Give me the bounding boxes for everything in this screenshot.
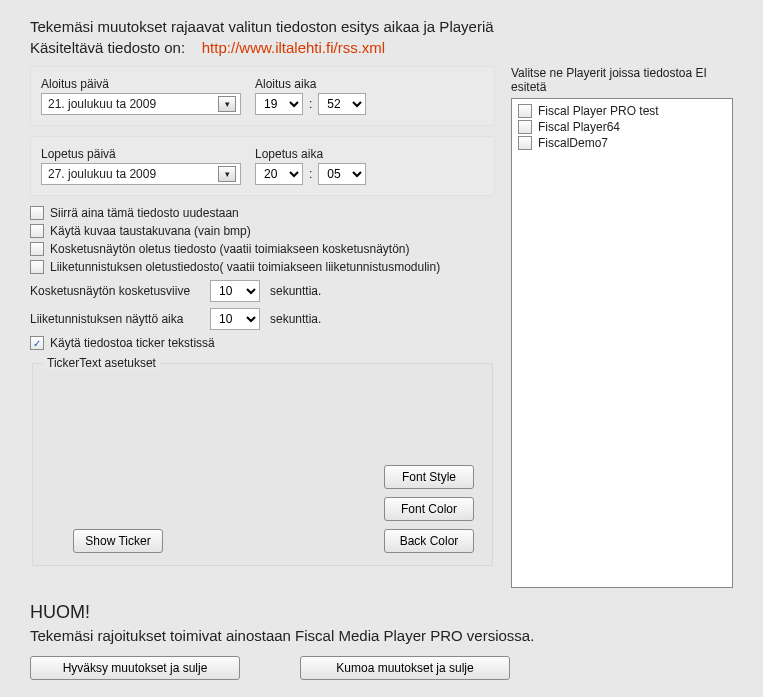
- end-date-value: 27. joulukuu ta 2009: [48, 167, 156, 181]
- end-group: Lopetus päivä 27. joulukuu ta 2009 ▾ Lop…: [30, 136, 495, 196]
- huom-note: Tekemäsi rajoitukset toimivat ainostaan …: [30, 627, 733, 644]
- accept-close-button[interactable]: Hyväksy muutokset ja sulje: [30, 656, 240, 680]
- file-url: http://www.iltalehti.fi/rss.xml: [202, 39, 385, 56]
- check-use-ticker[interactable]: [30, 336, 44, 350]
- time-separator: :: [309, 97, 312, 111]
- list-item[interactable]: FiscalDemo7: [518, 135, 726, 151]
- player-name: Fiscal Player64: [538, 120, 620, 134]
- start-hour-select[interactable]: 19: [255, 93, 303, 115]
- players-listbox[interactable]: Fiscal Player PRO test Fiscal Player64 F…: [511, 98, 733, 588]
- end-minute-select[interactable]: 05: [318, 163, 366, 185]
- player-name: Fiscal Player PRO test: [538, 104, 659, 118]
- touch-delay-label: Kosketusnäytön kosketusviive: [30, 284, 200, 298]
- check-use-ticker-label: Käytä tiedostoa ticker tekstissä: [50, 336, 215, 350]
- check-resend-label: Siirrä aina tämä tiedosto uudestaan: [50, 206, 239, 220]
- show-ticker-button[interactable]: Show Ticker: [73, 529, 163, 553]
- calendar-dropdown-icon[interactable]: ▾: [218, 96, 236, 112]
- font-color-button[interactable]: Font Color: [384, 497, 474, 521]
- check-motion-default[interactable]: [30, 260, 44, 274]
- start-group: Aloitus päivä 21. joulukuu ta 2009 ▾ Alo…: [30, 66, 495, 126]
- end-time-label: Lopetus aika: [255, 147, 366, 161]
- player-name: FiscalDemo7: [538, 136, 608, 150]
- motion-show-unit: sekunttia.: [270, 312, 321, 326]
- start-time-label: Aloitus aika: [255, 77, 366, 91]
- player-check[interactable]: [518, 104, 532, 118]
- end-hour-select[interactable]: 20: [255, 163, 303, 185]
- time-separator: :: [309, 167, 312, 181]
- intro-text-2: Käsiteltävä tiedosto on: http://www.ilta…: [30, 39, 733, 56]
- touch-delay-unit: sekunttia.: [270, 284, 321, 298]
- motion-show-label: Liiketunnistuksen näyttö aika: [30, 312, 200, 326]
- huom-heading: HUOM!: [30, 602, 733, 623]
- list-item[interactable]: Fiscal Player64: [518, 119, 726, 135]
- check-touch-default-label: Kosketusnäytön oletus tiedosto (vaatii t…: [50, 242, 410, 256]
- end-date-picker[interactable]: 27. joulukuu ta 2009 ▾: [41, 163, 241, 185]
- ticker-group: TickerText asetukset Show Ticker Font St…: [32, 356, 493, 566]
- check-motion-default-label: Liiketunnistuksen oletustiedosto( vaatii…: [50, 260, 440, 274]
- start-date-picker[interactable]: 21. joulukuu ta 2009 ▾: [41, 93, 241, 115]
- check-bg-image-label: Käytä kuvaa taustakuvana (vain bmp): [50, 224, 251, 238]
- start-date-value: 21. joulukuu ta 2009: [48, 97, 156, 111]
- back-color-button[interactable]: Back Color: [384, 529, 474, 553]
- ticker-legend: TickerText asetukset: [43, 356, 160, 370]
- calendar-dropdown-icon[interactable]: ▾: [218, 166, 236, 182]
- check-bg-image[interactable]: [30, 224, 44, 238]
- intro-text-1: Tekemäsi muutokset rajaavat valitun tied…: [30, 18, 733, 35]
- end-date-label: Lopetus päivä: [41, 147, 241, 161]
- intro-prefix: Käsiteltävä tiedosto on:: [30, 39, 185, 56]
- player-check[interactable]: [518, 120, 532, 134]
- check-touch-default[interactable]: [30, 242, 44, 256]
- font-style-button[interactable]: Font Style: [384, 465, 474, 489]
- start-date-label: Aloitus päivä: [41, 77, 241, 91]
- players-label: Valitse ne Playerit joissa tiedostoa EI …: [511, 66, 733, 94]
- touch-delay-select[interactable]: 10: [210, 280, 260, 302]
- start-minute-select[interactable]: 52: [318, 93, 366, 115]
- list-item[interactable]: Fiscal Player PRO test: [518, 103, 726, 119]
- motion-show-select[interactable]: 10: [210, 308, 260, 330]
- player-check[interactable]: [518, 136, 532, 150]
- cancel-close-button[interactable]: Kumoa muutokset ja sulje: [300, 656, 510, 680]
- check-resend[interactable]: [30, 206, 44, 220]
